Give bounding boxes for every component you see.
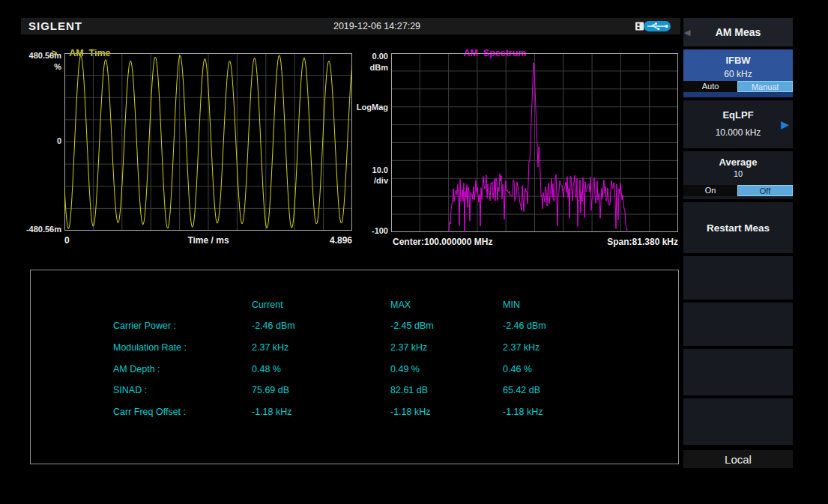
table-row: Carr Freq Offset :-1.18 kHz-1.18 kHz-1.1… — [31, 407, 678, 422]
menu-header-am-meas: ◀ AM Meas — [683, 18, 793, 46]
ifbw-manual-option[interactable]: Manual — [737, 81, 793, 92]
table-cell: 0.48 % — [252, 364, 281, 374]
average-on-option[interactable]: On — [683, 185, 737, 196]
table-cell: -1.18 kHz — [503, 407, 543, 417]
ifbw-accent-strip — [683, 92, 793, 97]
softkey-blank-3 — [683, 349, 793, 395]
table-cell: 65.42 dB — [503, 385, 540, 395]
table-cell: Modulation Rate : — [113, 342, 187, 353]
am-time-trace — [64, 53, 352, 231]
spec-ref-unit-label: dBm — [346, 63, 388, 72]
table-cell: -2.46 dBm — [503, 321, 546, 331]
softkey-average[interactable]: Average 10 On Off — [683, 151, 793, 199]
table-row: AM Depth :0.48 %0.49 %0.46 % — [31, 364, 678, 379]
time-y-unit-label: % — [19, 62, 61, 71]
table-row: SINAD :75.69 dB82.61 dB65.42 dB — [31, 385, 678, 400]
spec-center-freq-label: Center:100.000000 MHz — [393, 237, 492, 247]
table-cell: AM Depth : — [113, 364, 160, 374]
table-cell: -1.18 kHz — [390, 407, 431, 417]
ifbw-auto-option[interactable]: Auto — [683, 81, 737, 92]
softkey-menu: ◀ AM Meas IFBW 60 kHz Auto Manual EqLPF … — [683, 18, 793, 468]
table-cell: MIN — [503, 300, 520, 310]
time-y-zero-label: 0 — [19, 136, 61, 145]
spec-div-unit-label: /div — [346, 176, 388, 185]
softkey-blank-4 — [683, 398, 793, 445]
left-triangle-icon: ◀ — [684, 28, 690, 37]
time-y-min-label: -480.56m — [19, 225, 61, 234]
spec-span-label: Span:81.380 kHz — [607, 237, 678, 247]
table-cell: 2.37 kHz — [503, 342, 540, 353]
table-cell: SINAD : — [113, 385, 147, 395]
am-spectrum-trace — [391, 53, 678, 232]
softkey-restart-meas[interactable]: Restart Meas — [683, 202, 793, 253]
table-cell: Carrier Power : — [113, 321, 176, 331]
spec-div-value-label: 10.0 — [346, 166, 388, 174]
spec-ref-level-label: 0.00 — [346, 52, 388, 61]
softkey-blank-2 — [683, 303, 793, 346]
spec-scale-type-label: LogMag — [346, 103, 388, 112]
table-cell: 82.61 dB — [390, 385, 428, 395]
time-x-end-label: 4.896 — [330, 235, 352, 246]
table-cell: 2.37 kHz — [390, 342, 427, 353]
table-row: Carrier Power :-2.46 dBm-2.45 dBm-2.46 d… — [31, 321, 678, 336]
softkey-eqlpf[interactable]: EqLPF 10.000 kHz ▶ — [683, 100, 793, 148]
time-x-axis-label: Time / ms — [64, 235, 352, 246]
table-cell: Current — [252, 300, 283, 310]
table-cell: 0.49 % — [390, 364, 420, 374]
top-status-bar: SIGLENT 2019-12-06 14:27:29 — [21, 18, 680, 34]
table-cell: 2.37 kHz — [252, 342, 288, 353]
table-cell: 75.69 dB — [252, 385, 289, 395]
am-spectrum-plot: 0.00 dBm LogMag 10.0 /div -100 Center:10… — [391, 53, 678, 232]
am-time-plot: 480.56m % 0 -480.56m 0 Time / ms 4.896 — [64, 53, 352, 231]
spec-y-min-label: -100 — [346, 226, 388, 235]
softkey-ifbw[interactable]: IFBW 60 kHz Auto Manual — [683, 49, 793, 97]
table-row: CurrentMAXMIN — [31, 300, 678, 315]
table-cell: MAX — [390, 300, 411, 310]
local-button[interactable]: Local — [683, 450, 793, 468]
ifbw-auto-manual-toggle: Auto Manual — [683, 81, 793, 92]
average-on-off-toggle: On Off — [683, 185, 793, 196]
menu-title: AM Meas — [716, 26, 761, 38]
table-cell: 0.46 % — [503, 364, 532, 374]
siglent-logo: SIGLENT — [28, 19, 82, 32]
table-cell: -2.46 dBm — [252, 321, 295, 331]
average-off-option[interactable]: Off — [737, 185, 793, 196]
softkey-blank-1 — [683, 256, 793, 300]
table-row: Modulation Rate :2.37 kHz2.37 kHz2.37 kH… — [31, 342, 678, 357]
table-cell: -1.18 kHz — [252, 407, 292, 417]
usb-device-icon — [635, 20, 677, 32]
table-cell: Carr Freq Offset : — [113, 407, 186, 417]
right-triangle-icon: ▶ — [781, 118, 789, 130]
datetime-display: 2019-12-06 14:27:29 — [333, 21, 420, 31]
table-cell: -2.45 dBm — [390, 321, 434, 331]
time-y-max-label: 480.56m — [19, 51, 61, 60]
analyzer-screen: SIGLENT 2019-12-06 14:27:29 >AM Time 480… — [21, 18, 793, 468]
measurement-table: CurrentMAXMINCarrier Power :-2.46 dBm-2.… — [30, 270, 679, 464]
